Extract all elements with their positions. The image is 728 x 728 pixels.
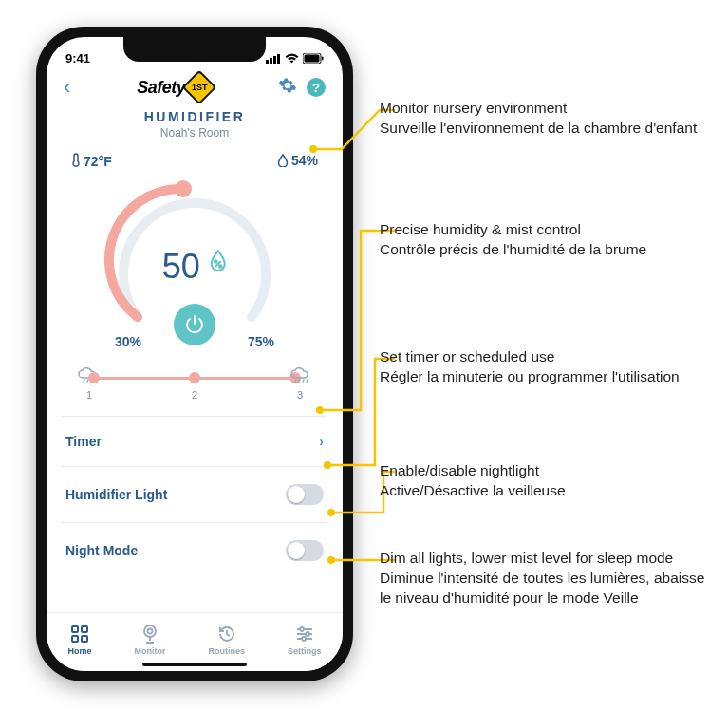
notch [123,37,266,62]
svg-point-27 [327,556,335,564]
callout-timer: Set timer or scheduled useRégler la minu… [380,347,680,387]
callout-dial: Precise humidity & mist controlContrôle … [380,220,646,260]
callout-light: Enable/disable nightlightActive/Désactiv… [380,461,566,501]
callout-night: Dim all lights, lower mist level for sle… [380,549,719,608]
callout-env: Monitor nursery environmentSurveille l'e… [380,99,697,139]
